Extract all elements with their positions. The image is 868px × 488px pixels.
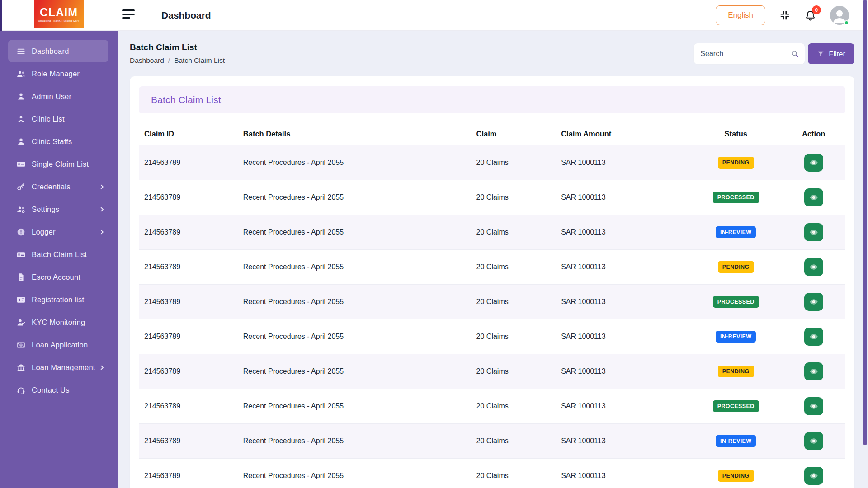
- table-row: 214563789Recent Procedures - April 20552…: [139, 285, 845, 319]
- batch-details-cell: Recent Procedures - April 2055: [238, 145, 471, 180]
- main-content: Batch Claim List Dashboard / Batch Claim…: [118, 31, 868, 488]
- key-icon: [16, 182, 26, 192]
- view-action-button[interactable]: [804, 397, 823, 415]
- claim-cell: 20 Claims: [471, 215, 556, 250]
- claim-cell: 20 Claims: [471, 145, 556, 180]
- sidebar-item-kyc-monitoring[interactable]: KYC Monitoring: [8, 311, 108, 333]
- view-action-button[interactable]: [804, 432, 823, 450]
- sidebar-item-single-claim-list[interactable]: Single Claim List: [8, 153, 108, 175]
- sidebar-item-settings[interactable]: Settings: [8, 198, 108, 221]
- claims-table-header-row: Claim IDBatch DetailsClaimClaim AmountSt…: [139, 123, 845, 145]
- money-check-icon: [16, 250, 26, 259]
- table-row: 214563789Recent Procedures - April 20552…: [139, 389, 845, 424]
- eye-icon: [809, 436, 819, 446]
- view-action-button[interactable]: [804, 258, 823, 276]
- sidebar-item-logger[interactable]: Logger: [8, 221, 108, 243]
- claim-cell: 20 Claims: [471, 180, 556, 215]
- sidebar-item-label: KYC Monitoring: [32, 318, 85, 327]
- sidebar-item-label: Registration list: [32, 296, 84, 304]
- sidebar-item-clinic-staffs[interactable]: Clinic Staffs: [8, 130, 108, 153]
- claim-amount-cell: SAR 1000113: [556, 459, 690, 488]
- eye-icon: [809, 158, 819, 168]
- app-logo[interactable]: CLAIM Unlocking Health, Funding Care: [34, 0, 84, 28]
- card-title-band: Batch Claim List: [139, 86, 845, 113]
- sidebar-item-contact-us[interactable]: Contact Us: [8, 379, 108, 401]
- claim-amount-cell: SAR 1000113: [556, 319, 690, 354]
- notifications-button[interactable]: 0: [804, 9, 816, 22]
- claim-cell: 20 Claims: [471, 389, 556, 424]
- view-action-button[interactable]: [804, 223, 823, 241]
- view-action-button[interactable]: [804, 154, 823, 172]
- status-badge: PENDING: [718, 157, 754, 169]
- sidebar-item-label: Role Manager: [32, 70, 80, 78]
- sidebar-item-role-manager[interactable]: Role Manager: [8, 62, 108, 85]
- status-badge: PENDING: [718, 470, 754, 482]
- status-badge: PROCESSED: [713, 192, 759, 204]
- claim-cell: 20 Claims: [471, 250, 556, 285]
- eye-icon: [809, 401, 819, 411]
- page-scrollbar[interactable]: [863, 0, 867, 445]
- batch-details-cell: Recent Procedures - April 2055: [238, 215, 471, 250]
- user-avatar[interactable]: [830, 6, 849, 25]
- claim-id-cell: 214563789: [139, 250, 238, 285]
- eye-icon: [809, 332, 819, 342]
- claim-id-cell: 214563789: [139, 180, 238, 215]
- search-input[interactable]: [694, 43, 805, 64]
- sidebar-item-dashboard[interactable]: Dashboard: [8, 40, 108, 62]
- claim-id-cell: 214563789: [139, 459, 238, 488]
- sidebar-item-loan-application[interactable]: Loan Application: [8, 333, 108, 356]
- status-badge: PROCESSED: [713, 400, 759, 413]
- sidebar-toggle-button[interactable]: [122, 9, 136, 21]
- batch-claim-list-card: Batch Claim List Claim IDBatch DetailsCl…: [130, 76, 854, 488]
- sidebar-item-registration-list[interactable]: Registration list: [8, 288, 108, 311]
- user-check-icon: [16, 318, 26, 327]
- chevron-right-icon: [99, 365, 105, 371]
- search-icon[interactable]: [790, 49, 799, 58]
- sidebar-item-admin-user[interactable]: Admin User: [8, 85, 108, 108]
- claim-amount-cell: SAR 1000113: [556, 285, 690, 319]
- claim-amount-cell: SAR 1000113: [556, 250, 690, 285]
- sidebar-item-loan-management[interactable]: Loan Management: [8, 356, 108, 379]
- edge-strip: [0, 0, 2, 31]
- view-action-button[interactable]: [804, 293, 823, 311]
- column-header-status: Status: [690, 123, 782, 145]
- page-title: Batch Claim List: [130, 42, 225, 52]
- logo-title: CLAIM: [40, 7, 78, 18]
- sidebar-item-credentials[interactable]: Credentials: [8, 175, 108, 198]
- compress-icon[interactable]: [779, 9, 791, 21]
- batch-details-cell: Recent Procedures - April 2055: [238, 285, 471, 319]
- column-header-action: Action: [782, 123, 845, 145]
- claim-amount-cell: SAR 1000113: [556, 145, 690, 180]
- table-row: 214563789Recent Procedures - April 20552…: [139, 424, 845, 459]
- claim-id-cell: 214563789: [139, 145, 238, 180]
- sidebar-item-label: Credentials: [32, 183, 71, 191]
- batch-details-cell: Recent Procedures - April 2055: [238, 180, 471, 215]
- eye-icon: [809, 297, 819, 307]
- sidebar-item-clinic-list[interactable]: Clinic List: [8, 108, 108, 130]
- sidebar: DashboardRole ManagerAdmin UserClinic Li…: [0, 31, 118, 488]
- breadcrumb-current: Batch Claim List: [174, 56, 225, 65]
- claim-id-cell: 214563789: [139, 389, 238, 424]
- eye-icon: [809, 262, 819, 272]
- table-row: 214563789Recent Procedures - April 20552…: [139, 354, 845, 389]
- table-row: 214563789Recent Procedures - April 20552…: [139, 180, 845, 215]
- column-header-claim-id: Claim ID: [139, 123, 238, 145]
- column-header-claim-amount: Claim Amount: [556, 123, 690, 145]
- chevron-right-icon: [99, 229, 105, 235]
- file-icon: [16, 272, 26, 282]
- user-icon: [16, 137, 26, 146]
- filter-button-label: Filter: [829, 50, 845, 58]
- view-action-button[interactable]: [804, 328, 823, 346]
- claim-cell: 20 Claims: [471, 424, 556, 459]
- status-badge: IN-REVIEW: [716, 331, 756, 343]
- language-button[interactable]: English: [716, 5, 765, 25]
- view-action-button[interactable]: [804, 362, 823, 380]
- sidebar-item-escro-account[interactable]: Escro Account: [8, 266, 108, 288]
- notification-count-badge: 0: [812, 5, 821, 14]
- sidebar-item-batch-claim-list[interactable]: Batch Claim List: [8, 243, 108, 266]
- view-action-button[interactable]: [804, 467, 823, 485]
- breadcrumb-dashboard[interactable]: Dashboard: [130, 56, 164, 65]
- view-action-button[interactable]: [804, 188, 823, 206]
- filter-button[interactable]: Filter: [808, 43, 854, 64]
- table-row: 214563789Recent Procedures - April 20552…: [139, 145, 845, 180]
